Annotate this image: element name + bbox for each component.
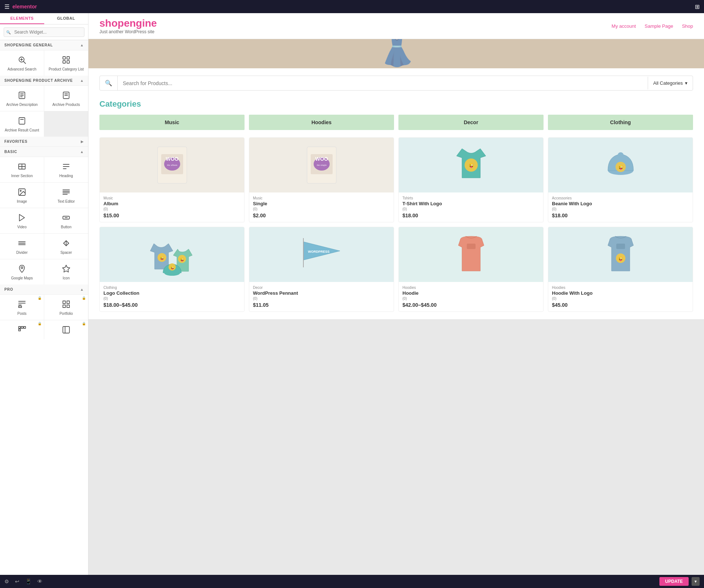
- svg-point-21: [20, 190, 21, 191]
- website-preview: shopengine Just another WordPress site M…: [88, 13, 704, 319]
- product-card-beanie[interactable]: 😜 Accessories Beanie With Logo (0) $18.0…: [548, 137, 693, 222]
- svg-rect-39: [63, 301, 65, 303]
- category-card-hoodies[interactable]: Hoodies: [249, 115, 394, 130]
- product-category-pennant: Decor: [253, 286, 390, 290]
- product-info-beanie: Accessories Beanie With Logo (0) $18.00: [548, 192, 693, 222]
- widget-pro-grid[interactable]: 🔒: [0, 320, 44, 339]
- product-image-pennant: WORDPRESS: [249, 227, 394, 282]
- widget-pro-sidebar[interactable]: 🔒: [44, 320, 88, 339]
- widget-spacer[interactable]: Spacer: [44, 234, 88, 259]
- svg-rect-5: [67, 57, 69, 59]
- product-image-single: WOO the single: [249, 138, 394, 192]
- section-pro-header[interactable]: PRO ▲: [0, 285, 88, 295]
- widget-inner-section-label: Inner Section: [11, 174, 33, 178]
- nav-sample-page[interactable]: Sample Page: [645, 23, 673, 29]
- archive-products-icon: [61, 90, 71, 100]
- product-search-button[interactable]: 🔍: [100, 76, 118, 90]
- nav-shop[interactable]: Shop: [682, 23, 693, 29]
- responsive-icon[interactable]: 📱: [25, 579, 31, 584]
- wp-header: shopengine Just another WordPress site M…: [88, 13, 704, 39]
- widget-divider[interactable]: Divider: [0, 234, 44, 259]
- video-icon: [17, 213, 27, 223]
- update-button[interactable]: UPDATE: [659, 577, 689, 586]
- search-input[interactable]: [4, 27, 84, 37]
- section-basic-header[interactable]: BASIC ▲: [0, 147, 88, 157]
- category-dropdown-label: All Categories: [653, 80, 683, 86]
- hero-image: 👗: [379, 39, 414, 68]
- widget-archive-description-label: Archive Description: [6, 103, 38, 107]
- category-label-clothing: Clothing: [610, 119, 631, 125]
- svg-point-62: [618, 152, 624, 158]
- svg-text:😜: 😜: [618, 256, 623, 261]
- product-card-album[interactable]: WOO the album Music Album (0) $15.00: [99, 137, 245, 222]
- category-dropdown[interactable]: All Categories ▾: [648, 77, 693, 89]
- product-category-hoodie-logo: Hoodies: [552, 286, 689, 290]
- product-card-hoodie[interactable]: Hoodies Hoodie (0) $42.00–$45.00: [398, 227, 544, 312]
- widget-heading[interactable]: Heading: [44, 157, 88, 182]
- widget-text-editor[interactable]: Text Editor: [44, 183, 88, 208]
- widget-icon[interactable]: Icon: [44, 259, 88, 285]
- section-favorites-header[interactable]: FAVORITES ▶: [0, 137, 88, 147]
- product-price-collection: $18.00–$45.00: [103, 302, 241, 308]
- product-category-tshirt: Tshirts: [402, 196, 540, 200]
- section-product-archive-header[interactable]: SHOPENGINE PRODUCT ARCHIVE ▲: [0, 76, 88, 86]
- widget-archive-result-count[interactable]: Archive Result Count: [0, 111, 44, 137]
- product-search-input[interactable]: [118, 77, 648, 90]
- tab-elements[interactable]: ELEMENTS: [0, 13, 44, 24]
- svg-rect-75: [467, 244, 476, 249]
- widget-image[interactable]: Image: [0, 183, 44, 208]
- history-icon[interactable]: ↩: [15, 579, 19, 584]
- product-card-collection[interactable]: 😜 😜 😜 Clothing: [99, 227, 245, 312]
- product-category-hoodie: Hoodies: [402, 286, 540, 290]
- chevron-up-icon: ▲: [80, 43, 84, 47]
- grid-icon[interactable]: ⊞: [695, 3, 700, 10]
- product-category-single: Music: [253, 196, 390, 200]
- widget-google-maps[interactable]: Google Maps: [0, 259, 44, 285]
- eye-icon[interactable]: 👁: [37, 579, 42, 584]
- chevron-right-icon: ▶: [81, 140, 84, 144]
- product-reviews-hoodie: (0): [402, 297, 540, 301]
- product-card-pennant[interactable]: WORDPRESS Decor WordPress Pennant (0) $1…: [249, 227, 394, 312]
- svg-text:😜: 😜: [170, 266, 174, 270]
- category-card-decor[interactable]: Decor: [398, 115, 544, 130]
- widget-archive-description[interactable]: Archive Description: [0, 86, 44, 111]
- product-card-single[interactable]: WOO the single Music Single (0) $2.00: [249, 137, 394, 222]
- product-reviews-collection: (0): [103, 297, 241, 301]
- widget-portfolio[interactable]: 🔒 Portfolio: [44, 295, 88, 320]
- button-icon: [61, 213, 71, 223]
- category-card-clothing[interactable]: Clothing: [548, 115, 693, 130]
- product-card-hoodie-logo[interactable]: 😜 Hoodies Hoodie With Logo (0) $45.00: [548, 227, 693, 312]
- widget-advanced-search[interactable]: Advanced Search: [0, 50, 44, 76]
- hamburger-icon[interactable]: ☰: [4, 3, 10, 10]
- pro-grid-icon: [17, 325, 27, 335]
- svg-rect-46: [19, 329, 20, 331]
- widget-inner-section[interactable]: Inner Section: [0, 157, 44, 182]
- category-card-music[interactable]: Music: [99, 115, 245, 130]
- widget-product-category-list[interactable]: Product Category List: [44, 50, 88, 76]
- widget-button[interactable]: Button: [44, 208, 88, 233]
- svg-rect-4: [63, 57, 65, 59]
- dropdown-arrow-button[interactable]: ▾: [692, 577, 700, 586]
- product-archive-widgets: Archive Description Archive Products Arc…: [0, 86, 88, 137]
- archive-description-icon: [17, 90, 27, 100]
- nav-my-account[interactable]: My account: [612, 23, 636, 29]
- category-label-decor: Decor: [464, 119, 478, 125]
- widget-google-maps-label: Google Maps: [11, 276, 33, 280]
- widget-video[interactable]: Video: [0, 208, 44, 233]
- advanced-search-icon: [17, 55, 27, 65]
- svg-rect-47: [63, 327, 69, 333]
- product-info-pennant: Decor WordPress Pennant (0) $11.05: [249, 282, 394, 312]
- widget-archive-products[interactable]: Archive Products: [44, 86, 88, 111]
- section-shopengine-general-header[interactable]: SHOPENGINE GENERAL ▲: [0, 40, 88, 50]
- site-logo: shopengine Just another WordPress site: [99, 18, 157, 34]
- settings-icon[interactable]: ⚙: [4, 579, 9, 584]
- shop-content: 🔍 All Categories ▾ Categories Music Hood…: [88, 68, 704, 319]
- product-reviews-hoodie-logo: (0): [552, 297, 689, 301]
- product-name-pennant: WordPress Pennant: [253, 290, 390, 296]
- product-info-hoodie-logo: Hoodies Hoodie With Logo (0) $45.00: [548, 282, 693, 312]
- widget-posts[interactable]: 🔒 Posts: [0, 295, 44, 320]
- product-card-tshirt[interactable]: 😜 Tshirts T-Shirt With Logo (0) $18.00: [398, 137, 544, 222]
- product-name-hoodie-logo: Hoodie With Logo: [552, 290, 689, 296]
- tab-global[interactable]: GLOBAL: [44, 13, 88, 24]
- product-search-bar: 🔍 All Categories ▾: [99, 76, 693, 91]
